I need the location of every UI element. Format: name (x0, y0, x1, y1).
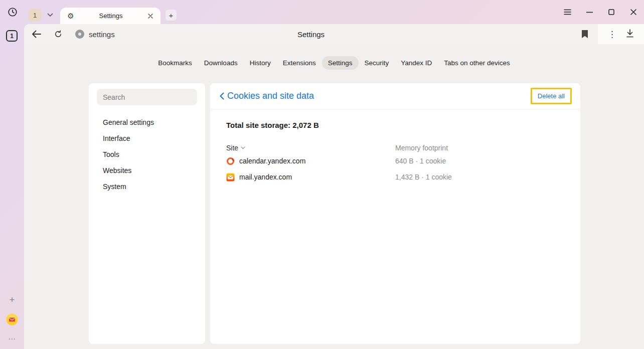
nav-settings[interactable]: Settings (322, 56, 359, 70)
chevron-down-icon[interactable] (46, 11, 55, 20)
section-title[interactable]: Cookies and site data (227, 91, 531, 101)
sort-chevron-icon (241, 146, 245, 149)
site-cell: calendar.yandex.com (226, 157, 395, 165)
back-chevron-icon[interactable] (218, 92, 225, 101)
settings-page: Bookmarks Downloads History Extensions S… (24, 44, 644, 349)
bookmark-icon[interactable] (579, 28, 591, 40)
site-name: mail.yandex.com (239, 173, 292, 181)
content-body: Total site storage: 2,072 B Site Memory … (210, 121, 580, 185)
toolbar: settings Settings ⋮ (24, 24, 644, 44)
nav-yandex-id[interactable]: Yandex ID (395, 56, 438, 70)
address-bar[interactable]: settings (75, 30, 115, 39)
left-strip: 1 + ⋯ (0, 24, 24, 349)
table-row[interactable]: calendar.yandex.com 640 B · 1 cookie (226, 153, 564, 169)
table-row[interactable]: mail.yandex.com 1,432 B · 1 cookie (226, 169, 564, 185)
search-box (97, 89, 197, 105)
settings-sidebar: General settings Interface Tools Website… (89, 83, 205, 344)
table-header: Site Memory footprint (226, 143, 564, 153)
top-navigation: Bookmarks Downloads History Extensions S… (24, 56, 644, 70)
sidebar-item-system[interactable]: System (89, 179, 205, 195)
nav-bookmarks[interactable]: Bookmarks (152, 56, 198, 70)
tab-bar: 1 ⚙ Settings + (0, 0, 644, 24)
browser-window: 1 ⚙ Settings + 1 (0, 0, 644, 349)
yandex-mail-icon[interactable] (6, 313, 19, 326)
address-text: settings (89, 30, 115, 39)
menu-hamburger-icon[interactable] (562, 7, 573, 18)
site-name: calendar.yandex.com (239, 157, 305, 165)
window-controls (562, 3, 639, 21)
sidebar-item-tools[interactable]: Tools (89, 146, 205, 162)
tab-settings[interactable]: ⚙ Settings (60, 8, 160, 24)
mail-favicon-icon (226, 173, 235, 182)
memory-cell: 1,432 B · 1 cookie (395, 173, 452, 181)
gear-icon: ⚙ (65, 12, 76, 21)
sidebar-item-general-settings[interactable]: General settings (89, 114, 205, 130)
sidebar-item-interface[interactable]: Interface (89, 130, 205, 146)
nav-extensions[interactable]: Extensions (277, 56, 322, 70)
reload-icon[interactable] (52, 28, 64, 40)
download-icon[interactable] (626, 29, 634, 40)
column-memory-label: Memory footprint (395, 144, 448, 152)
site-icon (75, 30, 84, 39)
sidebar-item-websites[interactable]: Websites (89, 162, 205, 179)
panels: General settings Interface Tools Website… (89, 83, 580, 344)
strip-add-icon[interactable]: + (6, 294, 18, 306)
kebab-menu-icon[interactable]: ⋮ (608, 29, 616, 40)
minimize-icon[interactable] (584, 7, 595, 18)
calendar-favicon-icon (226, 157, 235, 165)
search-input[interactable] (97, 93, 197, 101)
maximize-icon[interactable] (606, 7, 617, 18)
nav-tabs-other-devices[interactable]: Tabs on other devices (438, 56, 516, 70)
history-clock-icon[interactable] (7, 6, 19, 18)
toolbar-right: ⋮ (579, 24, 644, 44)
sidebar-list: General settings Interface Tools Website… (89, 114, 205, 195)
close-icon[interactable] (628, 7, 639, 18)
nav-downloads[interactable]: Downloads (198, 56, 244, 70)
column-site[interactable]: Site (226, 144, 395, 152)
site-cell: mail.yandex.com (226, 173, 395, 182)
delete-all-button[interactable]: Delete all (531, 88, 572, 104)
tabs-panel-counter[interactable]: 1 (6, 30, 18, 42)
tab-counter-badge[interactable]: 1 (28, 9, 42, 22)
back-icon[interactable] (30, 28, 42, 40)
cookies-panel: Cookies and site data Delete all Total s… (210, 83, 580, 344)
more-options-icon[interactable]: ⋯ (6, 335, 18, 343)
total-storage-text: Total site storage: 2,072 B (226, 121, 564, 129)
tab-close-icon[interactable] (145, 11, 155, 21)
content-header: Cookies and site data Delete all (210, 83, 580, 109)
new-tab-button[interactable]: + (166, 10, 177, 21)
column-site-label: Site (226, 144, 238, 152)
nav-history[interactable]: History (244, 56, 277, 70)
nav-security[interactable]: Security (359, 56, 395, 70)
memory-cell: 640 B · 1 cookie (395, 157, 446, 165)
toolbar-right-panel: ⋮ (598, 24, 644, 44)
tab-title: Settings (76, 12, 145, 20)
